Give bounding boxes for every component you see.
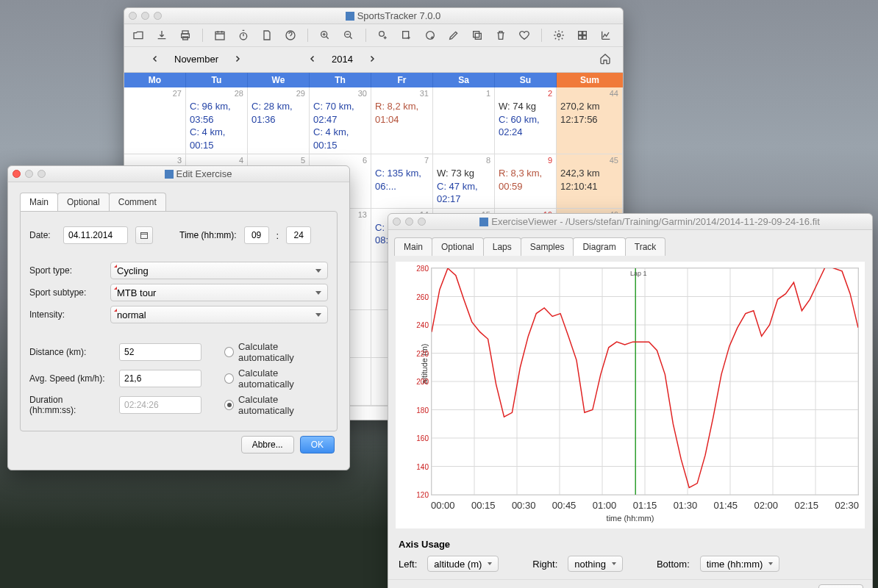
heart-icon[interactable] xyxy=(518,29,531,42)
year-label: 2014 xyxy=(332,54,353,65)
delete-icon[interactable] xyxy=(494,29,507,42)
sport-subtype-select[interactable]: MTB tour xyxy=(110,284,328,301)
add-exercise-icon[interactable] xyxy=(376,29,390,42)
zoom-out-icon[interactable] xyxy=(342,29,355,42)
calendar-cell[interactable]: 27 xyxy=(124,87,186,154)
tab-laps[interactable]: Laps xyxy=(483,237,521,256)
help-icon[interactable] xyxy=(284,29,297,42)
date-label: Date: xyxy=(29,230,56,240)
calendar-picker-icon[interactable] xyxy=(135,226,153,244)
right-axis-select[interactable]: nothing xyxy=(568,556,623,572)
close-icon[interactable] xyxy=(129,12,137,20)
sport-type-select[interactable]: Cycling xyxy=(110,262,328,279)
tab-optional[interactable]: Optional xyxy=(432,237,484,256)
prev-year-icon[interactable] xyxy=(308,54,317,63)
left-label: Left: xyxy=(399,559,417,570)
calendar-cell[interactable]: 9R: 8,3 km, 00:59 xyxy=(495,154,557,209)
left-axis-select[interactable]: altitude (m) xyxy=(427,556,499,572)
calendar-cell[interactable]: 7C: 135 km, 06:... xyxy=(371,154,433,209)
calendar-cell[interactable]: 1 xyxy=(433,87,495,154)
week-summary-cell: 45242,3 km12:10:41 xyxy=(557,154,623,209)
month-label: November xyxy=(174,54,218,65)
calendar-cell[interactable]: 29C: 28 km, 01:36 xyxy=(248,87,310,154)
tab-track[interactable]: Track xyxy=(625,237,666,256)
x-ticks: 00:0000:1500:3000:4501:0001:1501:3001:45… xyxy=(431,498,859,512)
toolbar xyxy=(124,24,623,47)
save-icon[interactable] xyxy=(155,29,168,42)
tab-optional[interactable]: Optional xyxy=(57,193,110,211)
svg-rect-16 xyxy=(579,36,582,40)
app-icon xyxy=(479,218,488,226)
edit-icon[interactable] xyxy=(447,29,460,42)
stopwatch-icon[interactable] xyxy=(237,29,250,42)
zoom-icon[interactable] xyxy=(418,218,426,226)
tab-diagram[interactable]: Diagram xyxy=(573,237,625,256)
add-note-icon[interactable] xyxy=(400,29,413,42)
tab-main[interactable]: Main xyxy=(394,237,432,256)
chart: altitude (m) 120140160180200220240260280… xyxy=(396,262,865,528)
main-titlebar: SportsTracker 7.0.0 xyxy=(124,8,623,24)
axis-usage-title: Axis Usage xyxy=(399,539,450,550)
day-header: Sa xyxy=(433,73,495,87)
time-label: Time (hh:mm): xyxy=(179,230,237,240)
avgspeed-field[interactable] xyxy=(119,370,201,387)
add-weight-icon[interactable] xyxy=(424,29,437,42)
tab-main[interactable]: Main xyxy=(20,193,58,211)
svg-rect-18 xyxy=(141,233,148,239)
tab-comment[interactable]: Comment xyxy=(109,193,166,211)
next-year-icon[interactable] xyxy=(368,54,376,63)
minimize-icon[interactable] xyxy=(405,218,413,226)
duration-auto-radio[interactable]: Calculate automatically xyxy=(224,394,328,416)
open-icon[interactable] xyxy=(132,29,145,42)
close-icon[interactable] xyxy=(393,218,401,226)
svg-rect-12 xyxy=(474,32,479,37)
svg-point-13 xyxy=(557,34,560,37)
time-hour-field[interactable] xyxy=(244,226,269,244)
close-button[interactable]: Close xyxy=(818,584,863,588)
sport-subtype-label: Sport subtype: xyxy=(29,287,103,298)
table-icon[interactable] xyxy=(576,29,589,42)
calendar-cell[interactable]: 28C: 96 km, 03:56C: 4 km, 00:15 xyxy=(186,87,248,154)
calendar-view-icon[interactable] xyxy=(213,29,226,42)
tab-samples[interactable]: Samples xyxy=(521,237,574,256)
day-header: Th xyxy=(310,73,371,87)
chart-svg xyxy=(432,268,858,495)
avgspeed-auto-radio[interactable]: Calculate automatically xyxy=(224,368,328,390)
zoom-icon[interactable] xyxy=(154,12,162,20)
intensity-select[interactable]: normal xyxy=(110,306,328,323)
distance-label: Distance (km): xyxy=(29,347,112,357)
minimize-icon[interactable] xyxy=(141,12,149,20)
day-header: Sum xyxy=(557,73,623,87)
close-icon[interactable] xyxy=(13,170,21,178)
document-icon[interactable] xyxy=(260,29,274,42)
sport-type-label: Sport type: xyxy=(29,265,103,276)
time-min-field[interactable] xyxy=(286,226,311,244)
chart-icon[interactable] xyxy=(599,29,613,42)
next-month-icon[interactable] xyxy=(233,54,242,63)
prev-month-icon[interactable] xyxy=(151,54,160,63)
minimize-icon xyxy=(25,170,33,178)
zoom-in-icon[interactable] xyxy=(318,29,332,42)
distance-auto-radio[interactable]: Calculate automatically xyxy=(224,341,328,363)
ok-button[interactable]: OK xyxy=(300,436,335,453)
abbre-button[interactable]: Abbre... xyxy=(241,436,294,453)
copy-icon[interactable] xyxy=(471,29,484,42)
settings-icon[interactable] xyxy=(552,29,565,42)
bottom-axis-select[interactable]: time (hh:mm) xyxy=(700,556,780,572)
svg-point-8 xyxy=(379,32,385,37)
calendar-cell[interactable]: 2W: 74 kgC: 60 km, 02:24 xyxy=(495,87,557,154)
viewer-title: ExerciseViewer - /Users/stefan/Training/… xyxy=(491,216,820,227)
svg-rect-14 xyxy=(579,32,582,35)
calendar-cell[interactable]: 31R: 8,2 km, 01:04 xyxy=(371,87,433,154)
date-field[interactable] xyxy=(63,226,128,244)
print-icon[interactable] xyxy=(179,29,192,42)
edit-title: Edit Exercise xyxy=(176,168,232,179)
svg-rect-17 xyxy=(583,36,587,40)
calendar-cell[interactable]: 30C: 70 km, 02:47C: 4 km, 00:15 xyxy=(310,87,371,154)
bottom-label: Bottom: xyxy=(657,559,690,570)
calendar-cell[interactable]: 8W: 73 kgC: 47 km, 02:17 xyxy=(433,154,495,209)
distance-field[interactable] xyxy=(119,343,201,361)
home-icon[interactable] xyxy=(599,53,611,65)
calendar-nav: November 2014 xyxy=(124,47,623,72)
svg-rect-3 xyxy=(215,32,224,40)
